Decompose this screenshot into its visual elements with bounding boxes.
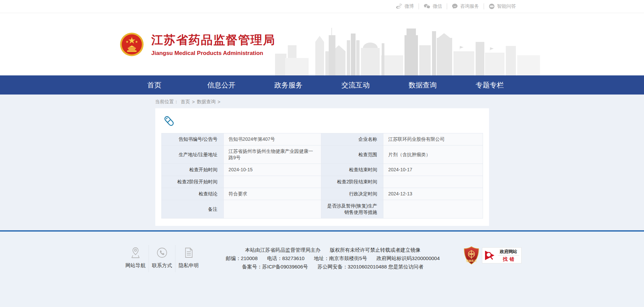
footer-copyright: 版权所有未经许可禁止转载或者建立镜像 [330,247,421,253]
gov-site-error-report-badge[interactable]: 政府网站 找错 [482,247,522,263]
breadcrumb-separator: > [218,99,220,105]
footer-link-label: 网站导航 [122,262,149,269]
brand-titles: 江苏省药品监督管理局 Jiangsu Medical Products Admi… [151,32,275,57]
brand-block[interactable]: 江苏省药品监督管理局 Jiangsu Medical Products Admi… [120,32,275,57]
field-label-conclusion: 检查结论 [161,188,224,200]
breadcrumb-separator: > [192,99,195,105]
nav-item-interaction[interactable]: 交流互动 [322,75,389,95]
field-value-start-date: 2024-10-15 [224,164,321,176]
footer-line-3: 备案号：苏ICP备09039606号 苏公网安备：32010602010488 … [209,262,457,271]
party-gov-shield-badge[interactable]: 党政机关 [464,246,479,264]
field-label-decision-date: 行政决定时间 [321,188,383,200]
site-subtitle: Jiangsu Medical Products Administration [151,50,275,57]
field-label-suspension-measures: 是否涉及暂停(恢复)生产销售使用等措施 [321,200,383,219]
footer-phone: 电话：83273610 [267,255,305,261]
national-emblem-logo [120,32,144,56]
footer-link-label: 隐私申明 [175,262,202,269]
footer-postcode: 邮编：210008 [226,255,258,261]
field-value-suspension-measures [383,200,483,219]
field-value-company-name: 江苏联环药业股份有限公司 [383,133,483,145]
footer-link-contact[interactable]: 联系方式 [149,245,175,272]
footer-quick-links: 网站导航 联系方式 [122,245,202,272]
document-icon [175,246,202,260]
footer-badges: 党政机关 政府网站 找错 [464,246,522,264]
consult-service-label: 咨询服务 [460,3,479,9]
table-row: 生产地址/注册地址 江苏省扬州市扬州生物健康产业园健康一路9号 检查范围 片剂（… [161,145,483,164]
field-label-remarks: 备注 [161,200,224,219]
page-body: 当前位置： 首页 > 数据查询 > 告知书编号/ [0,95,644,230]
field-value-decision-date: 2024-12-13 [383,188,483,200]
find-error-texts: 政府网站 找错 [498,249,519,262]
find-error-top-label: 政府网站 [498,249,519,256]
field-value-conclusion: 符合要求 [224,188,321,200]
footer-legal-text: 本站由江苏省药品监督管理局主办 版权所有未经许可禁止转载或者建立镜像 邮编：21… [202,246,464,271]
weibo-link[interactable]: 微博 [391,3,419,9]
inspection-detail-card: 告知书编号/公告号 告知书2024年第407号 企业名称 江苏联环药业股份有限公… [155,108,489,226]
consult-service-link[interactable]: 咨询服务 [447,3,484,9]
breadcrumb-link-data-query[interactable]: 数据查询 [197,99,216,105]
footer-line-1: 本站由江苏省药品监督管理局主办 版权所有未经许可禁止转载或者建立镜像 [209,246,457,254]
wechat-icon [424,4,430,9]
footer-link-label: 联系方式 [149,262,175,269]
phone-icon [149,246,175,260]
top-utility-bar: 微博 微信 咨询服务 智能问答 [0,0,644,13]
field-value-phase2-start [224,176,321,188]
nav-item-info-disclosure[interactable]: 信息公开 [188,75,255,95]
nav-item-data-query[interactable]: 数据查询 [389,75,456,95]
nav-item-home[interactable]: 首页 [121,75,188,95]
footer-site-id: 政府网站标识码3200000004 [377,255,440,261]
table-row: 检查2阶段开始时间 检查2阶段结束时间 [161,176,483,188]
find-error-bottom-label: 找错 [498,256,519,262]
footer-hosted-by: 本站由江苏省药品监督管理局主办 [245,247,320,253]
field-label-phase2-start: 检查2阶段开始时间 [161,176,224,188]
field-label-phase2-end: 检查2阶段结束时间 [321,176,383,188]
breadcrumb: 当前位置： 首页 > 数据查询 > [155,95,489,108]
field-value-remarks [224,200,321,219]
field-label-inspection-scope: 检查范围 [321,145,383,164]
table-row: 备注 是否涉及暂停(恢复)生产销售使用等措施 [161,200,483,219]
smart-qa-label: 智能问答 [497,3,516,9]
field-value-phase2-end [383,176,483,188]
city-skyline-decoration [275,22,540,75]
find-error-magnifier-icon [484,249,496,261]
table-row: 检查结论 符合要求 行政决定时间 2024-12-13 [161,188,483,200]
site-header: 江苏省药品监督管理局 Jiangsu Medical Products Admi… [0,13,644,75]
footer-address: 地址：南京市鼓楼街5号 [314,255,367,261]
weibo-label: 微博 [405,3,414,9]
footer-icp-number: 备案号：苏ICP备09039606号 [242,264,308,269]
field-value-end-date: 2024-10-17 [383,164,483,176]
svg-text:党政机关: 党政机关 [466,259,477,262]
field-value-inspection-scope: 片剂（含抗肿瘤类） [383,145,483,164]
wechat-label: 微信 [433,3,442,9]
footer-security-number: 苏公网安备：32010602010488 您是第位访问者 [317,264,423,269]
footer-link-sitemap[interactable]: 网站导航 [122,245,149,272]
inspection-detail-table: 告知书编号/公告号 告知书2024年第407号 企业名称 江苏联环药业股份有限公… [161,133,483,219]
breadcrumb-link-home[interactable]: 首页 [181,99,190,105]
field-label-end-date: 检查结束时间 [321,164,383,176]
nav-item-special-topics[interactable]: 专题专栏 [456,75,523,95]
footer-line-2: 邮编：210008 电话：83273610 地址：南京市鼓楼街5号 政府网站标识… [209,254,457,262]
field-value-notice-number: 告知书2024年第407号 [224,133,321,145]
pill-capsule-icon [163,115,483,128]
wechat-link[interactable]: 微信 [419,3,447,9]
table-row: 检查开始时间 2024-10-15 检查结束时间 2024-10-17 [161,164,483,176]
field-label-start-date: 检查开始时间 [161,164,224,176]
breadcrumb-prefix: 当前位置： [155,99,179,105]
robot-icon [489,3,495,9]
map-pin-icon [122,246,149,260]
site-footer: 网站导航 联系方式 [0,232,644,307]
footer-link-privacy[interactable]: 隐私申明 [175,245,202,272]
main-navigation: 首页 信息公开 政务服务 交流互动 数据查询 专题专栏 [0,75,644,95]
field-label-notice-number: 告知书编号/公告号 [161,133,224,145]
field-label-address: 生产地址/注册地址 [161,145,224,164]
chat-bubble-icon [452,3,458,9]
field-label-company-name: 企业名称 [321,133,383,145]
nav-item-gov-services[interactable]: 政务服务 [255,75,322,95]
smart-qa-link[interactable]: 智能问答 [484,3,521,9]
table-row: 告知书编号/公告号 告知书2024年第407号 企业名称 江苏联环药业股份有限公… [161,133,483,145]
weibo-icon [396,4,402,9]
field-value-address: 江苏省扬州市扬州生物健康产业园健康一路9号 [224,145,321,164]
site-title: 江苏省药品监督管理局 [151,32,275,48]
